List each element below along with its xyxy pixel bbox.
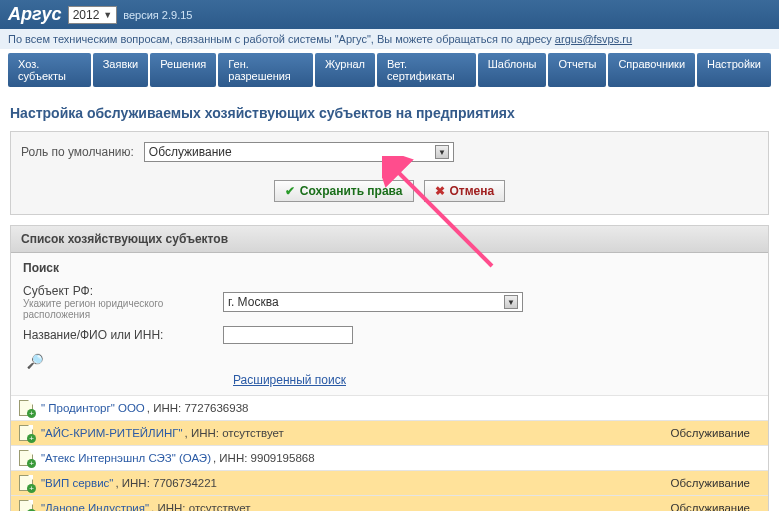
page-title: Настройка обслуживаемых хозяйствующих су… xyxy=(0,91,779,131)
default-role-label: Роль по умолчанию: xyxy=(21,145,134,159)
search-block: Поиск Субъект РФ: Укажите регион юридиче… xyxy=(11,253,768,395)
search-icon[interactable]: 🔍 xyxy=(27,353,44,369)
entity-inn: , ИНН: 7727636938 xyxy=(147,402,249,414)
entity-row[interactable]: +"Атекс Интернэшнл СЭЗ" (ОАЭ), ИНН: 9909… xyxy=(11,445,768,470)
entity-name: "Атекс Интернэшнл СЭЗ" (ОАЭ) xyxy=(41,452,211,464)
region-value: г. Москва xyxy=(228,295,279,309)
entity-row[interactable]: +"Данone Индустрия", ИНН: отсутствуетОбс… xyxy=(11,495,768,511)
entity-list-title: Список хозяйствующих субъектов xyxy=(11,226,768,253)
search-title: Поиск xyxy=(23,261,756,275)
default-role-value: Обслуживание xyxy=(149,145,232,159)
entity-inn: , ИНН: 9909195868 xyxy=(213,452,315,464)
entity-name: "ВИП сервис" xyxy=(41,477,113,489)
support-email-link[interactable]: argus@fsvps.ru xyxy=(555,33,632,45)
save-label: Сохранить права xyxy=(300,184,403,198)
nav-item-8[interactable]: Справочники xyxy=(608,53,695,87)
nav-item-0[interactable]: Хоз. субъекты xyxy=(8,53,91,87)
info-bar: По всем техническим вопросам, связанным … xyxy=(0,29,779,49)
app-header: Аргус 2012 ▼ версия 2.9.15 xyxy=(0,0,779,29)
version-label: версия 2.9.15 xyxy=(123,9,192,21)
document-add-icon[interactable]: + xyxy=(19,400,33,416)
chevron-down-icon: ▼ xyxy=(435,145,449,159)
entity-list: +" Продинторг" ООО, ИНН: 7727636938+"АЙС… xyxy=(11,395,768,511)
year-value: 2012 xyxy=(73,8,100,22)
entity-list-panel: Список хозяйствующих субъектов Поиск Суб… xyxy=(10,225,769,511)
entity-name: "АЙС-КРИМ-РИТЕЙЛИНГ" xyxy=(41,427,183,439)
advanced-search-link[interactable]: Расширенный поиск xyxy=(233,373,346,387)
nav-item-3[interactable]: Ген. разрешения xyxy=(218,53,313,87)
entity-name: "Данone Индустрия" xyxy=(41,502,149,511)
entity-inn: , ИНН: отсутствует xyxy=(185,427,284,439)
document-add-icon[interactable]: + xyxy=(19,500,33,511)
check-icon: ✔ xyxy=(285,184,295,198)
name-inn-label: Название/ФИО или ИНН: xyxy=(23,328,223,342)
entity-row[interactable]: +"ВИП сервис", ИНН: 7706734221Обслуживан… xyxy=(11,470,768,495)
nav-item-5[interactable]: Вет. сертификаты xyxy=(377,53,476,87)
nav-item-7[interactable]: Отчеты xyxy=(548,53,606,87)
document-add-icon[interactable]: + xyxy=(19,450,33,466)
x-icon: ✖ xyxy=(435,184,445,198)
entity-role: Обслуживание xyxy=(671,502,760,511)
nav-item-9[interactable]: Настройки xyxy=(697,53,771,87)
default-role-panel: Роль по умолчанию: Обслуживание ▼ ✔ Сохр… xyxy=(10,131,769,215)
entity-role: Обслуживание xyxy=(671,477,760,489)
nav-item-1[interactable]: Заявки xyxy=(93,53,149,87)
save-rights-button[interactable]: ✔ Сохранить права xyxy=(274,180,414,202)
app-title: Аргус xyxy=(8,4,62,25)
entity-row[interactable]: +" Продинторг" ООО, ИНН: 7727636938 xyxy=(11,395,768,420)
nav-item-2[interactable]: Решения xyxy=(150,53,216,87)
document-add-icon[interactable]: + xyxy=(19,475,33,491)
nav-item-6[interactable]: Шаблоны xyxy=(478,53,547,87)
region-select[interactable]: г. Москва ▼ xyxy=(223,292,523,312)
entity-inn: , ИНН: 7706734221 xyxy=(115,477,217,489)
info-text: По всем техническим вопросам, связанным … xyxy=(8,33,555,45)
cancel-label: Отмена xyxy=(450,184,495,198)
region-hint: Укажите регион юридического расположения xyxy=(23,298,223,320)
year-selector[interactable]: 2012 ▼ xyxy=(68,6,118,24)
nav-item-4[interactable]: Журнал xyxy=(315,53,375,87)
entity-inn: , ИНН: отсутствует xyxy=(151,502,250,511)
entity-row[interactable]: +"АЙС-КРИМ-РИТЕЙЛИНГ", ИНН: отсутствуетО… xyxy=(11,420,768,445)
region-label: Субъект РФ: xyxy=(23,284,223,298)
entity-role: Обслуживание xyxy=(671,427,760,439)
chevron-down-icon: ▼ xyxy=(103,10,112,20)
default-role-select[interactable]: Обслуживание ▼ xyxy=(144,142,454,162)
main-nav: Хоз. субъектыЗаявкиРешенияГен. разрешени… xyxy=(0,49,779,91)
name-inn-input[interactable] xyxy=(223,326,353,344)
cancel-button[interactable]: ✖ Отмена xyxy=(424,180,506,202)
chevron-down-icon: ▼ xyxy=(504,295,518,309)
document-add-icon[interactable]: + xyxy=(19,425,33,441)
entity-name: " Продинторг" ООО xyxy=(41,402,145,414)
